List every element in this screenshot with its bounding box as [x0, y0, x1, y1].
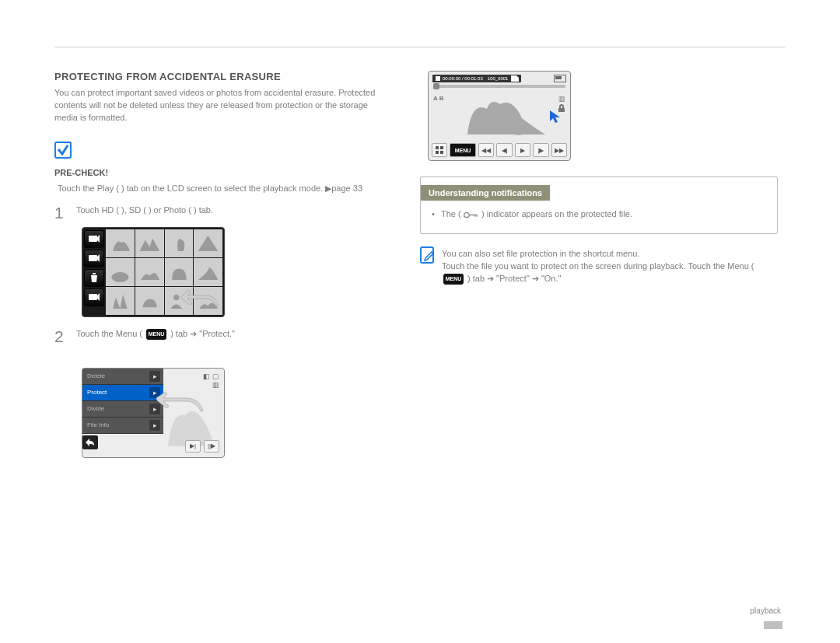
top-divider: [54, 47, 786, 47]
thumbnail-cell[interactable]: [135, 287, 164, 315]
pencil-note-icon: [420, 246, 434, 264]
svg-rect-11: [440, 146, 443, 149]
footer-page-block: [764, 621, 782, 629]
menu-button[interactable]: MENU: [450, 143, 476, 157]
notifications-text: The ( ) indicator appears on the protect…: [441, 208, 632, 221]
osd-counter: 100_0001: [488, 76, 509, 81]
sidenote-text: You can also set file protection in the …: [442, 248, 778, 285]
svg-marker-5: [97, 293, 100, 301]
key-icon: [464, 210, 481, 218]
rewind-button[interactable]: ◀◀: [478, 143, 494, 157]
playback-step-fwd-button[interactable]: ▶|: [185, 440, 201, 453]
svg-rect-17: [476, 215, 477, 217]
svg-marker-3: [97, 254, 100, 262]
frame-back-button[interactable]: ◀|: [496, 143, 512, 157]
sidebar-sd-button[interactable]: [84, 250, 104, 267]
thumbnail-cell[interactable]: [135, 229, 164, 257]
step-1-text: Touch HD ( ), SD ( ) or Photo ( ) tab.: [76, 204, 213, 216]
tap-finger-icon: [149, 387, 204, 434]
battery-icon: [554, 75, 566, 82]
play-button[interactable]: ▶: [515, 143, 530, 157]
precheck-icon: [54, 142, 72, 159]
menu-delete[interactable]: Delete▸: [82, 369, 163, 385]
bullet-dot: •: [432, 208, 441, 221]
svg-point-14: [464, 212, 469, 217]
frame-fwd-button[interactable]: |▶: [533, 143, 548, 157]
osd-timecode: 00:00:00 / 00:01:03: [443, 76, 483, 81]
footer-topic: playback: [751, 606, 781, 615]
step-1-number: 1: [54, 204, 76, 221]
svg-point-9: [513, 123, 525, 135]
svg-rect-12: [436, 151, 439, 154]
thumbnail-cell[interactable]: [165, 229, 194, 257]
fast-fwd-button[interactable]: ▶▶: [551, 143, 567, 157]
svg-rect-10: [436, 146, 439, 149]
playback-silhouette: [444, 84, 553, 142]
section-title: PROTECTING FROM ACCIDENTAL ERASURE: [54, 71, 389, 82]
sidebar-record-button[interactable]: [84, 288, 104, 306]
svg-rect-8: [436, 76, 440, 81]
svg-point-6: [111, 272, 128, 282]
notifications-box: Understanding notifications • The ( ) in…: [420, 176, 778, 234]
intro-paragraph: You can protect important saved videos o…: [54, 87, 389, 124]
svg-marker-1: [97, 235, 100, 243]
menu-badge-icon: MENU: [443, 274, 464, 285]
thumbnail-cell[interactable]: [135, 258, 164, 286]
thumbnail-cell[interactable]: [194, 229, 222, 257]
ab-repeat-label: A B: [433, 95, 443, 102]
menu-screen: ◧ ▢▥ Delete▸ Protect▸ Divide▸ File Info▸…: [82, 368, 225, 458]
playback-pause-button[interactable]: ||▶: [204, 440, 219, 453]
precheck-text: Touch the Play ( ) tab on the LCD screen…: [58, 183, 362, 194]
svg-rect-13: [440, 151, 443, 154]
thumbnail-screen: [82, 227, 225, 317]
step-2-text: Touch the Menu ( MENU ) tab ➔ "Protect.": [76, 328, 235, 340]
mode-icon: ▥: [558, 95, 565, 104]
svg-rect-4: [89, 294, 97, 300]
menu-badge-icon: MENU: [146, 329, 166, 340]
svg-rect-16: [474, 215, 475, 217]
menu-back-button[interactable]: [82, 435, 98, 449]
record-mode-icon: [435, 75, 441, 82]
thumbnail-cell[interactable]: [106, 258, 135, 286]
card-icon: [511, 75, 519, 82]
tap-finger-icon: [176, 287, 219, 324]
sidebar-hd-button[interactable]: [84, 230, 104, 248]
precheck-label: PRE-CHECK!: [54, 168, 108, 177]
step-2-number: 2: [54, 328, 76, 344]
svg-rect-2: [89, 255, 97, 261]
sidebar-delete-button[interactable]: [84, 269, 104, 287]
svg-rect-15: [469, 215, 477, 215]
thumbnail-cell[interactable]: [194, 258, 222, 286]
thumbnail-cell[interactable]: [106, 229, 135, 257]
notifications-header: Understanding notifications: [421, 185, 550, 201]
svg-rect-0: [89, 236, 97, 242]
progress-thumb[interactable]: [433, 83, 439, 89]
battery-mode-icons: ◧ ▢▥: [203, 372, 219, 390]
thumbnail-cell[interactable]: [106, 287, 135, 315]
playback-screen: 00:00:00 / 00:01:03 100_0001 A B ▥: [428, 71, 571, 161]
chevron-right-icon: ▸: [149, 371, 160, 382]
thumbnail-view-button[interactable]: [432, 143, 447, 157]
thumbnail-cell[interactable]: [165, 258, 194, 286]
